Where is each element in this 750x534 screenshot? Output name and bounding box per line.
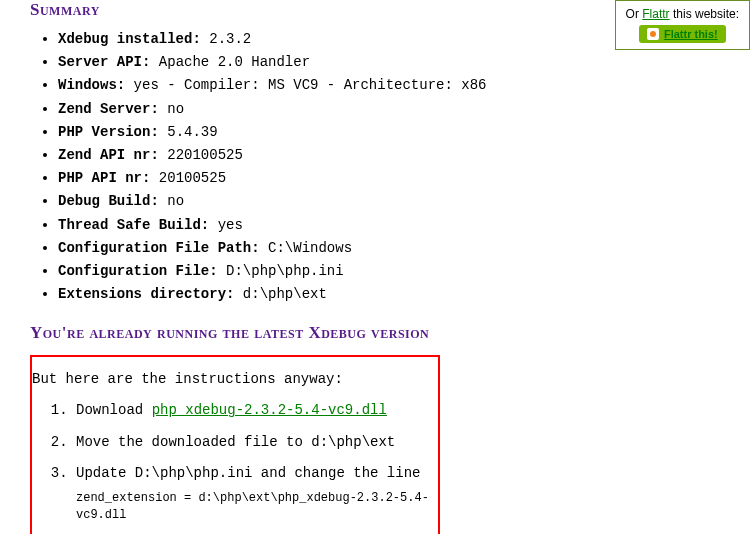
summary-item-value: yes - Compiler: MS VC9 - Architecture: x…: [125, 77, 486, 93]
summary-item-value: 5.4.39: [159, 124, 218, 140]
flattr-button-label: Flattr this!: [664, 28, 718, 40]
instruction-step: Update D:\php\php.ini and change the lin…: [76, 464, 438, 523]
flattr-text-before: Or: [626, 7, 643, 21]
summary-item-value: yes: [209, 217, 243, 233]
instruction-step: Download php_xdebug-2.3.2-5.4-vc9.dll: [76, 401, 438, 421]
summary-item-label: Windows:: [58, 77, 125, 93]
summary-item: Debug Build: no: [58, 192, 720, 210]
summary-item-label: Zend Server:: [58, 101, 159, 117]
summary-item-label: Zend API nr:: [58, 147, 159, 163]
summary-item-value: D:\php\php.ini: [218, 263, 344, 279]
flattr-button[interactable]: Flattr this!: [639, 25, 726, 43]
summary-item: PHP API nr: 20100525: [58, 169, 720, 187]
summary-item-label: Configuration File:: [58, 263, 218, 279]
summary-item-value: no: [159, 101, 184, 117]
summary-item-label: Server API:: [58, 54, 150, 70]
flattr-text-after: this website:: [670, 7, 739, 21]
summary-item: Extensions directory: d:\php\ext: [58, 285, 720, 303]
flattr-widget: Or Flattr this website: Flattr this!: [615, 0, 750, 50]
instructions-intro: But here are the instructions anyway:: [32, 371, 438, 387]
summary-item: PHP Version: 5.4.39: [58, 123, 720, 141]
summary-item: Configuration File: D:\php\php.ini: [58, 262, 720, 280]
summary-item: Server API: Apache 2.0 Handler: [58, 53, 720, 71]
summary-item-label: Xdebug installed:: [58, 31, 201, 47]
summary-item: Windows: yes - Compiler: MS VC9 - Archit…: [58, 76, 720, 94]
step-text: Download: [76, 402, 152, 418]
summary-item-value: 20100525: [150, 170, 226, 186]
summary-item: Zend API nr: 220100525: [58, 146, 720, 164]
summary-item-label: Debug Build:: [58, 193, 159, 209]
summary-item-value: no: [159, 193, 184, 209]
instruction-step: Move the downloaded file to d:\php\ext: [76, 433, 438, 453]
summary-list: Xdebug installed: 2.3.2 Server API: Apac…: [30, 30, 720, 303]
summary-item-label: Thread Safe Build:: [58, 217, 209, 233]
summary-item-value: C:\Windows: [260, 240, 352, 256]
summary-item-value: d:\php\ext: [234, 286, 326, 302]
summary-item-value: Apache 2.0 Handler: [150, 54, 310, 70]
flattr-link[interactable]: Flattr: [642, 7, 669, 21]
summary-item-label: Configuration File Path:: [58, 240, 260, 256]
summary-item-label: PHP API nr:: [58, 170, 150, 186]
summary-item: Thread Safe Build: yes: [58, 216, 720, 234]
summary-item-value: 2.3.2: [201, 31, 251, 47]
step-text: Update D:\php\php.ini and change the lin…: [76, 465, 420, 481]
summary-item: Zend Server: no: [58, 100, 720, 118]
summary-item-label: Extensions directory:: [58, 286, 234, 302]
code-line: zend_extension = d:\php\ext\php_xdebug-2…: [76, 490, 438, 524]
instructions-list: Download php_xdebug-2.3.2-5.4-vc9.dll Mo…: [32, 401, 438, 534]
flattr-icon: [647, 28, 659, 40]
flattr-text: Or Flattr this website:: [626, 7, 739, 21]
instructions-box: But here are the instructions anyway: Do…: [30, 355, 440, 534]
running-heading: You're already running the latest Xdebug…: [30, 323, 720, 343]
summary-item-label: PHP Version:: [58, 124, 159, 140]
summary-item-value: 220100525: [159, 147, 243, 163]
summary-item: Configuration File Path: C:\Windows: [58, 239, 720, 257]
download-link[interactable]: php_xdebug-2.3.2-5.4-vc9.dll: [152, 402, 387, 418]
